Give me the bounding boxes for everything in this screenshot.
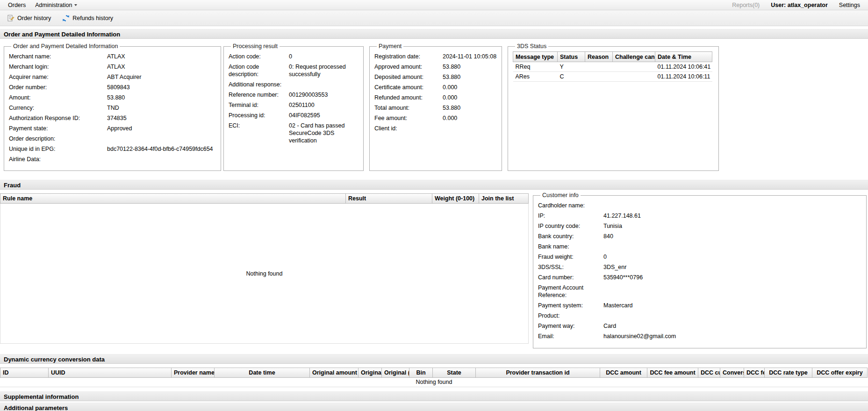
- fraud-table: Rule name Result Weight (0-100) Join the…: [0, 193, 529, 344]
- field-label: Product:: [538, 312, 603, 319]
- menu-settings[interactable]: Settings: [835, 1, 864, 9]
- tds-status-legend: 3DS Status: [515, 43, 548, 50]
- field-row: Card number:535940***0796: [538, 272, 861, 283]
- refunds-history-label: Refunds history: [72, 15, 113, 21]
- field-value: 3DS_enr: [603, 263, 861, 271]
- field-row: Client id:: [374, 123, 497, 134]
- field-row: Additional response:: [229, 79, 359, 90]
- field-value: 0.000: [443, 114, 497, 122]
- field-label: Email:: [538, 333, 603, 340]
- field-row: Action code:0: [229, 51, 359, 62]
- column-header-result: Result: [346, 193, 432, 204]
- menu-orders[interactable]: Orders: [4, 1, 30, 9]
- field-row: Action code description:0: Request proce…: [229, 62, 359, 79]
- field-label: Bank name:: [538, 243, 603, 250]
- column-header-status: Status: [558, 52, 585, 62]
- field-row: Acquirer name:ABT Acquirer: [9, 72, 216, 82]
- column-header-id: ID: [0, 368, 49, 378]
- table-row: RReq Y 01.11.2024 10:06:41: [513, 62, 712, 72]
- field-label: Airline Data:: [9, 156, 107, 163]
- fraud-empty-state: Nothing found: [0, 204, 529, 344]
- field-label: Currency:: [9, 104, 107, 112]
- field-row: Order description:: [9, 134, 216, 144]
- field-row: Deposited amount:53.880: [374, 72, 497, 82]
- cell-reason: [585, 72, 613, 82]
- chevron-down-icon: [74, 4, 77, 6]
- field-row: Reference number:001290003553: [229, 90, 359, 100]
- field-value: ABT Acquirer: [107, 73, 216, 81]
- field-label: Cardholder name:: [538, 202, 603, 209]
- field-value: 02501100: [289, 101, 359, 109]
- column-header-provider-transaction-id: Provider transaction id: [476, 368, 600, 378]
- customer-info-legend: Customer info: [540, 192, 581, 198]
- field-row: Payment way:Card: [538, 321, 861, 331]
- processing-result-panel: Processing result Action code:0 Action c…: [223, 43, 364, 171]
- field-value: 0.000: [443, 94, 497, 101]
- column-header-dcc-fee-amount: DCC fee amount: [647, 368, 698, 378]
- field-value: TND: [107, 104, 216, 112]
- field-row: Payment system:Mastercard: [538, 300, 861, 311]
- field-value: 04IF082595: [289, 112, 359, 119]
- cell-status: C: [558, 72, 585, 82]
- field-value: bdc70122-8364-4f0d-bfb6-c74959fdc654: [107, 145, 216, 153]
- field-label: Payment way:: [538, 322, 603, 330]
- field-value: Card: [603, 322, 861, 330]
- field-label: Payment state:: [9, 125, 107, 132]
- field-value: 02 - Card has passed SecureCode 3DS veri…: [289, 122, 359, 144]
- field-label: Processing id:: [229, 112, 289, 119]
- field-value: 53.880: [443, 63, 497, 71]
- table-row: ARes C 01.11.2024 10:06:11: [513, 72, 712, 82]
- column-header-original-currency: Original (: [359, 368, 382, 378]
- field-value: 001290003553: [289, 91, 359, 99]
- field-label: Order number:: [9, 84, 107, 91]
- payment-panel: Payment Registration date:2024-11-01 10:…: [369, 43, 502, 171]
- field-label: Unique id in EPG:: [9, 145, 107, 153]
- field-value: 535940***0796: [603, 274, 861, 281]
- field-label: Certificate amount:: [374, 84, 443, 91]
- field-label: Fee amount:: [374, 114, 443, 122]
- menu-reports[interactable]: Reports(0): [728, 1, 764, 9]
- menubar: Orders Administration Reports(0) User: a…: [0, 0, 868, 10]
- field-value: 53.880: [443, 104, 497, 112]
- fraud-table-header: Rule name Result Weight (0-100) Join the…: [0, 193, 529, 204]
- order-history-button[interactable]: Order history: [4, 13, 54, 24]
- field-label: Card number:: [538, 274, 603, 281]
- field-row: ECI:02 - Card has passed SecureCode 3DS …: [229, 120, 359, 146]
- field-value: 840: [603, 233, 861, 240]
- field-label: Client id:: [374, 125, 443, 132]
- field-row: IP:41.227.148.61: [538, 211, 861, 221]
- field-row: Total amount:53.880: [374, 103, 497, 113]
- field-value: 0: [603, 253, 861, 261]
- field-label: Refunded amount:: [374, 94, 443, 101]
- field-label: Reference number:: [229, 91, 289, 99]
- field-value: 0: Request processed successfully: [289, 63, 359, 78]
- customer-info-panel: Customer info Cardholder name: IP:41.227…: [533, 192, 867, 348]
- current-user-label: User: atlax_operator: [767, 1, 832, 9]
- dcc-table-header: ID UUID Provider name Date time Original…: [0, 368, 868, 378]
- field-value: 53.880: [443, 73, 497, 81]
- refunds-history-button[interactable]: Refunds history: [59, 13, 116, 24]
- field-label: Authorization Response ID:: [9, 114, 107, 122]
- field-row: IP country code:Tunisia: [538, 221, 861, 231]
- dcc-table: ID UUID Provider name Date time Original…: [0, 368, 868, 387]
- field-row: Processing id:04IF082595: [229, 110, 359, 120]
- field-row: Merchant login:ATLAX: [9, 62, 216, 72]
- field-row: Amount:53.880: [9, 92, 216, 103]
- order-history-document-icon: [7, 14, 14, 22]
- column-header-uuid: UUID: [49, 368, 172, 378]
- column-header-dcc-rate-type: DCC rate type: [765, 368, 812, 378]
- menubar-right: Reports(0) User: atlax_operator Settings: [728, 1, 864, 9]
- column-header-rule-name: Rule name: [0, 193, 346, 204]
- field-label: Payment Account Reference:: [538, 284, 603, 299]
- field-label: Order description:: [9, 135, 107, 142]
- field-label: Deposited amount:: [374, 73, 443, 81]
- menu-administration[interactable]: Administration: [31, 1, 81, 9]
- order-details-page: { "colors": { "refunds_icon_blue": "#1f7…: [0, 0, 868, 411]
- column-header-conversion: Conversi: [720, 368, 744, 378]
- column-header-dcc-currency: DCC curr: [698, 368, 720, 378]
- cell-date-time: 01.11.2024 10:06:11: [655, 72, 712, 82]
- cell-reason: [585, 62, 613, 72]
- dcc-empty-state: Nothing found: [0, 378, 868, 387]
- section-header-supplemental: Supplemental information: [0, 391, 868, 401]
- column-header-original-fee: Original (: [382, 368, 409, 378]
